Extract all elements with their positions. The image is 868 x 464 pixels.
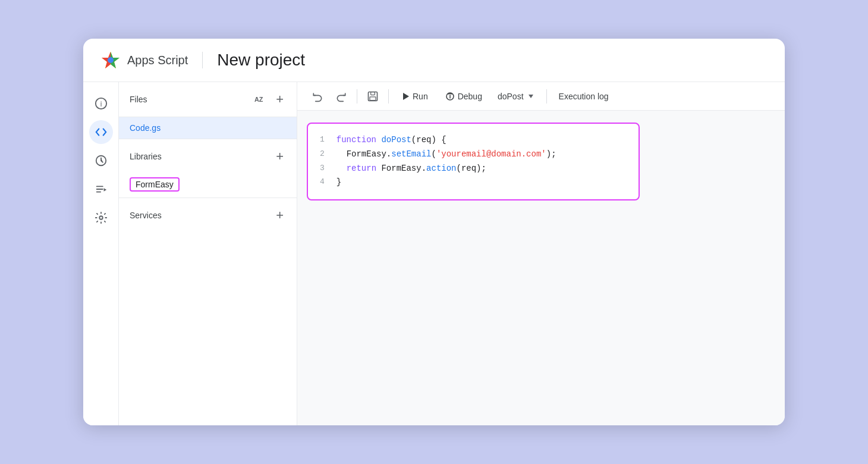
- sidebar-icons: i: [83, 82, 119, 425]
- redo-icon: [335, 90, 347, 102]
- code-line-3: 3 return FormEasy.action(req);: [320, 162, 556, 176]
- svg-marker-8: [103, 188, 106, 192]
- file-panel: Files AZ + Code.gs Libraries + FormEasy: [119, 82, 297, 425]
- file-item-code-gs[interactable]: Code.gs: [119, 117, 297, 139]
- file-panel-header: Files AZ +: [119, 82, 297, 117]
- app-window: Apps Script New project i: [83, 39, 785, 425]
- undo-button[interactable]: [307, 88, 328, 105]
- svg-text:i: i: [100, 100, 102, 108]
- az-sort-icon: AZ: [254, 94, 266, 105]
- code-content-4: }: [336, 175, 556, 190]
- editor-area: Run Debug doPost: [297, 82, 785, 425]
- header-divider: [202, 52, 203, 68]
- svg-marker-14: [403, 93, 409, 100]
- main-layout: i: [83, 82, 785, 425]
- run-icon: [401, 92, 410, 101]
- code-block: 1 function doPost(req) { 2 FormEasy.setE…: [307, 123, 640, 200]
- line-num-1: 1: [320, 133, 336, 148]
- libraries-header: Libraries +: [119, 139, 297, 174]
- debug-icon: [445, 91, 455, 102]
- code-content-1: function doPost(req) {: [336, 133, 556, 148]
- save-button[interactable]: [362, 88, 383, 105]
- svg-text:AZ: AZ: [254, 96, 263, 103]
- file-panel-actions: AZ +: [252, 90, 286, 108]
- code-line-2: 2 FormEasy.setEmail('youremail@domain.co…: [320, 148, 556, 162]
- line-num-3: 3: [320, 162, 336, 176]
- run-button[interactable]: Run: [394, 89, 435, 104]
- function-selector[interactable]: doPost: [492, 89, 542, 104]
- services-label: Services: [130, 211, 162, 220]
- sidebar-item-editor[interactable]: [89, 120, 113, 144]
- add-service-button[interactable]: +: [273, 206, 286, 224]
- sidebar-item-info[interactable]: i: [89, 92, 113, 115]
- undo-icon: [312, 90, 323, 102]
- add-library-button[interactable]: +: [273, 148, 286, 165]
- logo-area: Apps Script: [100, 49, 188, 71]
- svg-marker-18: [529, 95, 533, 98]
- run-label: Run: [413, 92, 428, 101]
- toolbar-divider-2: [388, 89, 389, 104]
- line-num-2: 2: [320, 148, 336, 162]
- svg-point-9: [99, 216, 103, 220]
- function-name: doPost: [498, 92, 524, 101]
- services-header: Services +: [119, 197, 297, 233]
- add-file-button[interactable]: +: [273, 90, 286, 108]
- code-line-4: 4 }: [320, 175, 556, 190]
- library-item-formeasy[interactable]: FormEasy: [119, 174, 297, 197]
- sidebar-item-executions[interactable]: [89, 177, 113, 201]
- header: Apps Script New project: [83, 39, 785, 82]
- code-content-3: return FormEasy.action(req);: [336, 162, 556, 176]
- files-label: Files: [130, 95, 147, 104]
- redo-button[interactable]: [331, 88, 352, 105]
- editor-toolbar: Run Debug doPost: [297, 82, 785, 111]
- code-icon: [95, 126, 108, 139]
- executions-icon: [95, 183, 108, 196]
- line-num-4: 4: [320, 175, 336, 190]
- svg-point-17: [449, 94, 451, 95]
- debug-label: Debug: [458, 92, 482, 101]
- info-icon: i: [95, 97, 108, 110]
- clock-icon: [95, 154, 108, 167]
- library-name-badge: FormEasy: [130, 177, 180, 192]
- project-title: New project: [217, 51, 305, 70]
- libraries-label: Libraries: [130, 152, 162, 161]
- code-editor[interactable]: 1 function doPost(req) { 2 FormEasy.setE…: [297, 111, 785, 425]
- code-table: 1 function doPost(req) { 2 FormEasy.setE…: [320, 133, 556, 190]
- settings-icon: [95, 211, 108, 224]
- toolbar-divider-3: [546, 89, 547, 104]
- debug-button[interactable]: Debug: [438, 89, 489, 104]
- apps-script-logo: [100, 49, 121, 71]
- sidebar-item-triggers[interactable]: [89, 149, 113, 173]
- sidebar-item-settings[interactable]: [89, 206, 113, 230]
- dropdown-icon: [526, 92, 536, 101]
- code-content-2: FormEasy.setEmail('youremail@domain.com'…: [336, 148, 556, 162]
- apps-script-label: Apps Script: [127, 54, 188, 67]
- save-icon: [367, 90, 379, 102]
- sort-files-button[interactable]: AZ: [252, 93, 269, 106]
- svg-rect-13: [370, 96, 376, 100]
- svg-point-1: [108, 57, 114, 63]
- code-line-1: 1 function doPost(req) {: [320, 133, 556, 148]
- execution-log-button[interactable]: Execution log: [552, 89, 616, 104]
- toolbar-divider-1: [357, 89, 357, 104]
